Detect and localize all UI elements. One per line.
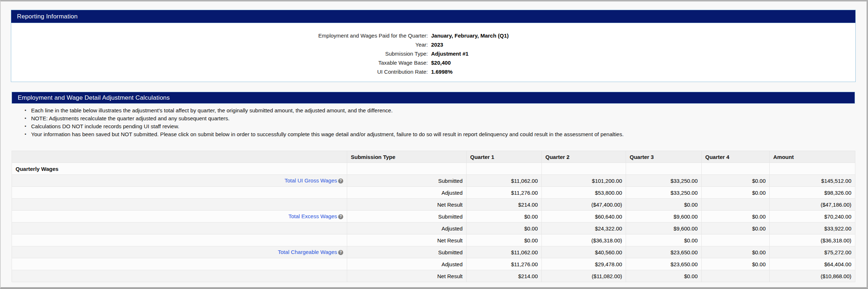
cell-q3: $33,250.00 <box>626 187 702 199</box>
cell-q3: $9,600.00 <box>626 211 702 223</box>
cell-submission-type: Adjusted <box>347 258 467 270</box>
field-label: Submission Type: <box>11 49 428 58</box>
cell-q3: $23,650.00 <box>626 246 702 258</box>
table-row: Total UI Gross Wages? Submitted $11,062.… <box>12 175 855 187</box>
cell-q3: $9,600.00 <box>626 223 702 234</box>
field-label: Employment and Wages Paid for the Quarte… <box>11 31 428 40</box>
cell-q4: $0.00 <box>702 175 770 187</box>
row-label-cell: Total Excess Wages? <box>12 211 347 223</box>
field-row-submission-type: Submission Type: Adjustment #1 <box>11 49 855 58</box>
bullet-dot-icon: • <box>25 130 31 138</box>
cell-q3: $33,250.00 <box>626 175 702 187</box>
cell-amount: $33,922.00 <box>770 223 855 234</box>
cell-q2: $40,560.00 <box>542 246 626 258</box>
cell-q4: $0.00 <box>702 223 770 234</box>
field-row-year: Year: 2023 <box>11 40 855 49</box>
cell-q1: $0.00 <box>467 223 542 234</box>
cell-q2: $29,478.00 <box>542 258 626 270</box>
cell-q4: $0.00 <box>702 258 770 270</box>
cell-q3: $0.00 <box>626 270 702 282</box>
cell-q1: $11,276.00 <box>467 258 542 270</box>
cell-amount: $98,326.00 <box>770 187 855 199</box>
table-row: Net Result $214.00 ($47,400.00) $0.00 ($… <box>12 199 855 211</box>
cell-amount: $145,512.00 <box>770 175 855 187</box>
notes-list: • Each line in the table below illustrat… <box>25 107 867 138</box>
header-blank <box>12 151 347 163</box>
reporting-information-title: Reporting Information <box>17 13 78 20</box>
cell-q3: $23,650.00 <box>626 258 702 270</box>
page: { "reporting": { "title": "Reporting Inf… <box>0 0 868 289</box>
bullet-dot-icon: • <box>25 115 31 122</box>
cell-submission-type: Submitted <box>347 175 467 187</box>
cell-amount: ($47,186.00) <box>770 199 855 211</box>
table-row: Adjusted $11,276.00 $29,478.00 $23,650.0… <box>12 258 855 270</box>
cell-q3: $0.00 <box>626 199 702 211</box>
cell-q3: $0.00 <box>626 234 702 246</box>
cell-submission-type: Net Result <box>347 199 467 211</box>
note-item: • NOTE: Adjustments recalculate the quar… <box>25 115 867 122</box>
field-row-ui-contribution-rate: UI Contribution Rate: 1.6998% <box>11 67 855 76</box>
header-quarter-3: Quarter 3 <box>626 151 702 163</box>
row-label-cell: Total UI Gross Wages? <box>12 175 347 187</box>
table-row: Net Result $0.00 ($36,318.00) $0.00 ($36… <box>12 234 855 246</box>
bullet-dot-icon: • <box>25 107 31 115</box>
cell-q4: $0.00 <box>702 211 770 223</box>
note-item: • Calculations DO NOT include records pe… <box>25 122 867 130</box>
help-icon[interactable]: ? <box>338 178 343 184</box>
cell-q4: $0.00 <box>702 246 770 258</box>
cell-submission-type: Adjusted <box>347 223 467 234</box>
table-row: Adjusted $0.00 $24,322.00 $9,600.00 $0.0… <box>12 223 855 234</box>
cell-q1: $11,062.00 <box>467 246 542 258</box>
cell-q1: $214.00 <box>467 270 542 282</box>
help-icon[interactable]: ? <box>338 250 343 255</box>
adjustment-calculations-title: Employment and Wage Detail Adjustment Ca… <box>18 94 170 102</box>
bullet-dot-icon: • <box>25 122 31 130</box>
section-label: Quarterly Wages <box>12 163 347 175</box>
table-header-row: Submission Type Quarter 1 Quarter 2 Quar… <box>12 151 855 163</box>
field-label: Year: <box>11 40 428 49</box>
field-label: Taxable Wage Base: <box>11 58 428 67</box>
cell-q1: $214.00 <box>467 199 542 211</box>
header-quarter-4: Quarter 4 <box>702 151 770 163</box>
reporting-information-header: Reporting Information <box>11 10 855 23</box>
field-value: $20,400 <box>431 58 451 67</box>
total-excess-wages-link[interactable]: Total Excess Wages <box>289 213 337 219</box>
help-icon[interactable]: ? <box>338 214 343 219</box>
cell-q2: $101,200.00 <box>542 175 626 187</box>
cell-q1: $0.00 <box>467 234 542 246</box>
field-value: January, February, March (Q1) <box>431 31 509 40</box>
header-quarter-1: Quarter 1 <box>467 151 542 163</box>
cell-amount: $70,240.00 <box>770 211 855 223</box>
cell-submission-type: Adjusted <box>347 187 467 199</box>
cell-submission-type: Net Result <box>347 270 467 282</box>
cell-q4 <box>702 234 770 246</box>
cell-submission-type: Submitted <box>347 246 467 258</box>
header-quarter-2: Quarter 2 <box>542 151 626 163</box>
note-text: NOTE: Adjustments recalculate the quarte… <box>31 115 230 122</box>
note-text: Your information has been saved but NOT … <box>31 130 624 138</box>
cell-q1: $11,062.00 <box>467 175 542 187</box>
table-row: Net Result $214.00 ($11,082.00) $0.00 ($… <box>12 270 855 282</box>
cell-q1: $11,276.00 <box>467 187 542 199</box>
cell-amount: $75,272.00 <box>770 246 855 258</box>
cell-submission-type: Net Result <box>347 234 467 246</box>
cell-submission-type: Submitted <box>347 211 467 223</box>
note-item: • Your information has been saved but NO… <box>25 130 867 138</box>
total-chargeable-wages-link[interactable]: Total Chargeable Wages <box>278 249 337 255</box>
total-ui-gross-wages-link[interactable]: Total UI Gross Wages <box>285 177 337 184</box>
field-value: 1.6998% <box>431 67 452 76</box>
table-row: Adjusted $11,276.00 $53,800.00 $33,250.0… <box>12 187 855 199</box>
adjustment-calculations-header: Employment and Wage Detail Adjustment Ca… <box>12 92 855 104</box>
note-item: • Each line in the table below illustrat… <box>25 107 867 115</box>
adjustment-table: Submission Type Quarter 1 Quarter 2 Quar… <box>12 151 855 282</box>
field-value: Adjustment #1 <box>431 49 468 58</box>
cell-q1: $0.00 <box>467 211 542 223</box>
note-text: Calculations DO NOT include records pend… <box>31 122 179 130</box>
reporting-fields: Employment and Wages Paid for the Quarte… <box>11 23 855 82</box>
cell-amount: $64,404.00 <box>770 258 855 270</box>
table-row: Total Excess Wages? Submitted $0.00 $60,… <box>12 211 855 223</box>
row-label-cell: Total Chargeable Wages? <box>12 246 347 258</box>
field-row-quarter: Employment and Wages Paid for the Quarte… <box>11 31 855 40</box>
cell-q2: $53,800.00 <box>542 187 626 199</box>
reporting-information-panel: Reporting Information Employment and Wag… <box>11 10 856 82</box>
